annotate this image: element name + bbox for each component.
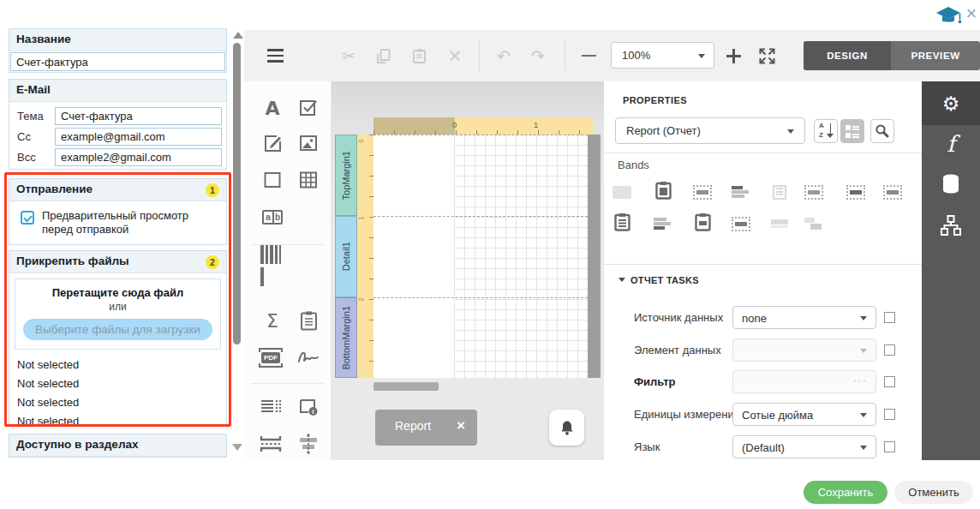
paste-button[interactable] <box>407 30 431 81</box>
ellipsis-icon[interactable]: ··· <box>853 374 867 386</box>
panel-scroll-down-arrow[interactable] <box>232 444 242 451</box>
canvas-horizontal-scrollbar[interactable] <box>373 382 439 391</box>
report-tab-close-icon[interactable]: × <box>457 417 465 434</box>
function-icon: f <box>947 131 955 157</box>
properties-panel: PROPERTIES Report (Отчет) A Z Bands <box>604 81 922 460</box>
report-tasks-section-toggle[interactable]: ОТЧЕТ TASKS <box>618 275 699 285</box>
band-type-icon-column-footer[interactable] <box>882 184 903 200</box>
band-boundary[interactable] <box>373 297 588 298</box>
category-view-button[interactable] <box>840 119 864 143</box>
cc-input[interactable] <box>55 128 222 146</box>
cancel-button[interactable]: Отменить <box>894 481 973 504</box>
band-type-icon-column-header[interactable] <box>804 184 824 200</box>
signature-tool[interactable] <box>297 346 320 368</box>
gear-icon: ⚙ <box>942 93 960 115</box>
band-type-icon-page[interactable] <box>612 184 632 200</box>
copy-button[interactable] <box>371 30 395 81</box>
menu-button[interactable] <box>263 30 287 81</box>
zoom-in-button[interactable] <box>726 49 741 63</box>
svg-text:i: i <box>312 408 314 416</box>
band-bottom-margin[interactable]: BottomMargin1 <box>335 297 357 378</box>
data-source-select[interactable]: none <box>732 306 876 329</box>
sidebar-item-functions[interactable]: f <box>922 129 980 159</box>
band-type-icon-page-header[interactable] <box>692 214 713 230</box>
barcode-tool[interactable] <box>260 256 287 278</box>
panel-scrollbar-thumb[interactable] <box>233 43 241 344</box>
band-type-icon-report-summary[interactable] <box>612 214 632 230</box>
list-tool[interactable] <box>260 396 282 418</box>
search-properties-button[interactable] <box>870 119 894 143</box>
band-top-margin[interactable]: TopMargin1 <box>335 135 357 216</box>
file-slot-1: Not selected <box>17 356 226 374</box>
units-checkbox[interactable] <box>884 409 895 420</box>
page-band-tool[interactable] <box>260 433 282 455</box>
language-select[interactable]: (Default) <box>732 435 876 458</box>
choose-files-button[interactable]: Выберите файлы для загрузки <box>23 319 212 340</box>
panel-scroll-up-arrow[interactable] <box>233 32 243 39</box>
band-type-icon-footer[interactable] <box>653 216 673 231</box>
report-page-tab[interactable]: Report × <box>375 410 477 446</box>
info-panel-tool[interactable]: i <box>297 396 320 418</box>
align-middle-tool[interactable] <box>297 433 320 455</box>
filter-label: Фильтр <box>634 375 676 388</box>
band-type-icon-overlay[interactable] <box>804 216 824 231</box>
cells-tool[interactable]: ab <box>261 206 284 228</box>
sidebar-item-dictionary[interactable] <box>922 171 980 198</box>
fit-to-screen-button[interactable] <box>757 46 777 66</box>
delete-button[interactable]: × <box>443 30 467 81</box>
band-boundary[interactable] <box>373 216 588 217</box>
math-formula-tool[interactable]: Σ <box>261 309 284 332</box>
notifications-button[interactable] <box>549 410 584 446</box>
sort-alphabetical-button[interactable]: A Z <box>814 119 838 143</box>
image-tool[interactable] <box>297 132 320 154</box>
delete-x-icon: × <box>447 45 463 66</box>
save-button[interactable]: Сохранить <box>804 481 887 504</box>
design-canvas: 0 1 TopMargin1 Detail1 BottomMargin1 0 1… <box>332 81 604 460</box>
preview-before-send-label: Предварительный просмотр перед отправкой <box>42 209 221 237</box>
band-type-icon-group-header[interactable] <box>692 184 713 200</box>
name-input[interactable] <box>10 52 225 71</box>
dropzone-title: Перетащите сюда файл <box>19 286 217 299</box>
band-type-icon-report-title[interactable] <box>653 183 673 198</box>
available-sections-title: Доступно в разделах <box>9 434 226 457</box>
units-select[interactable]: Сотые дюйма <box>732 403 876 426</box>
shape-tool[interactable] <box>261 169 284 191</box>
rich-text-tool[interactable] <box>261 132 284 154</box>
language-label: Язык <box>634 440 660 453</box>
zoom-select[interactable]: 100% <box>611 42 714 69</box>
zoom-out-button[interactable] <box>577 30 601 81</box>
redo-button[interactable]: ↷ <box>525 30 551 81</box>
palette-divider <box>251 383 325 384</box>
subject-input[interactable] <box>55 107 222 125</box>
bcc-input[interactable] <box>55 148 222 166</box>
ruler-number: 0 <box>357 139 365 142</box>
data-element-checkbox[interactable] <box>884 344 895 356</box>
data-source-checkbox[interactable] <box>884 312 895 323</box>
language-checkbox[interactable] <box>884 441 895 452</box>
band-type-icon-group-footer[interactable] <box>731 216 751 231</box>
table-tool[interactable] <box>297 169 320 191</box>
file-dropzone[interactable]: Перетащите сюда файл или Выберите файлы … <box>15 278 221 350</box>
sidebar-item-properties[interactable]: ⚙ <box>922 81 980 125</box>
close-icon[interactable]: × <box>962 2 980 26</box>
checkbox-tool[interactable] <box>297 97 320 119</box>
cut-button[interactable]: ✂ <box>337 30 361 81</box>
component-selector[interactable]: Report (Отчет) <box>615 117 805 144</box>
filter-checkbox[interactable] <box>884 376 895 387</box>
undo-button[interactable]: ↶ <box>491 30 517 81</box>
pdf-tool[interactable]: PDF <box>260 346 282 368</box>
band-type-icon-header[interactable] <box>731 184 751 200</box>
text-tool[interactable]: A <box>261 97 284 119</box>
category-icon <box>846 125 859 130</box>
tab-design[interactable]: DESIGN <box>804 41 891 70</box>
band-type-icon-data[interactable] <box>769 184 790 200</box>
band-detail[interactable]: Detail1 <box>335 216 357 297</box>
form-tool[interactable] <box>297 309 320 332</box>
preview-before-send-checkbox[interactable] <box>21 211 34 225</box>
band-type-icon-empty[interactable] <box>769 216 790 231</box>
name-section: Название <box>9 28 227 73</box>
panel-divider <box>604 264 922 265</box>
tab-preview[interactable]: PREVIEW <box>891 41 980 70</box>
band-type-icon-column-data[interactable] <box>846 184 866 200</box>
sidebar-item-report-tree[interactable] <box>922 212 980 239</box>
